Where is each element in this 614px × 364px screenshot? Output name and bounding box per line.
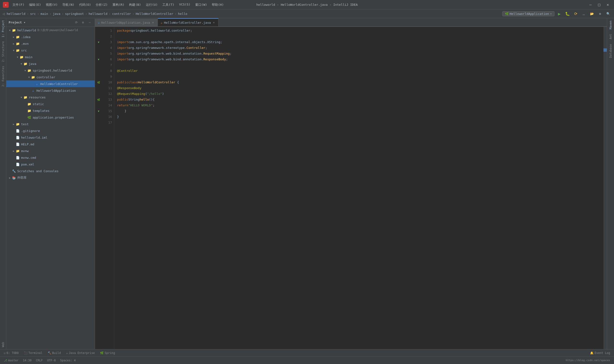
menu-item[interactable]: 文件(F) <box>11 2 26 7</box>
tree-item[interactable]: ▶📁test <box>6 121 95 127</box>
tree-item[interactable]: ▼📁java <box>6 60 95 67</box>
run-button[interactable]: ▶ <box>556 11 563 17</box>
collapse-icon[interactable]: — <box>87 20 92 25</box>
line-ending-label: CRLF <box>36 359 43 362</box>
menu-item[interactable]: VCS(S) <box>177 2 192 7</box>
tree-item[interactable]: ▼📁controller <box>6 74 95 80</box>
tab-close-button[interactable]: ✕ <box>212 21 215 25</box>
tree-item[interactable]: 📄helloworld.iml <box>6 134 95 141</box>
breadcrumb-item[interactable]: springboot <box>65 12 84 15</box>
menu-item[interactable]: 工具(T) <box>160 2 176 7</box>
tree-item[interactable]: ▶📁mvnw <box>6 147 95 154</box>
tree-item[interactable]: ▼📁main <box>6 54 95 60</box>
more-run-button[interactable]: … <box>580 11 587 17</box>
code-line: import com.sun.org.apache.xpath.internal… <box>117 39 603 45</box>
tree-item[interactable]: ▶📁.mvn <box>6 40 95 47</box>
maximize-button[interactable]: □ <box>596 2 602 8</box>
right-panel-tab[interactable]: Ant <box>608 32 613 42</box>
tree-item[interactable]: 🔧Scratches and Consoles <box>6 168 95 174</box>
coverage-button[interactable]: ⟳ <box>572 11 579 17</box>
sync-icon[interactable]: ⟳ <box>74 20 79 25</box>
menu-item[interactable]: 运行(U) <box>144 2 159 7</box>
tree-arrow: ▶ <box>12 35 15 39</box>
tree-item[interactable]: 📁templates <box>6 107 95 114</box>
editor-tab[interactable]: ☕ HelloworldApplication.java ✕ <box>95 19 158 26</box>
tree-item[interactable]: ☕HelloWorldController <box>6 80 95 87</box>
window-controls[interactable]: — □ ✕ <box>587 2 611 8</box>
tree-item[interactable]: ▼📁src <box>6 47 95 54</box>
bean-icon[interactable]: 🌿 <box>97 98 100 101</box>
breadcrumb-item[interactable]: src <box>30 12 36 15</box>
tree-item[interactable]: 📁static <box>6 101 95 107</box>
open-button[interactable]: 📂 <box>588 11 595 17</box>
gutter-area: ▼▼🌿🌿▼ <box>95 27 102 349</box>
tree-item[interactable]: ▶📁.idea <box>6 34 95 40</box>
indent[interactable]: Spaces: 4 <box>59 358 77 363</box>
terminal-tab[interactable]: ⬛Terminal <box>22 351 45 355</box>
tree-item[interactable]: ▼📁springboot.helloworld <box>6 67 95 74</box>
settings-button[interactable]: ⚙ <box>597 11 603 17</box>
back-icon[interactable]: ◁ <box>2 12 5 16</box>
menu-item[interactable]: 分析(Z) <box>94 2 109 7</box>
todo-tab[interactable]: ☑6: TODO <box>1 351 21 355</box>
menu-item[interactable]: 编辑(E) <box>27 2 43 7</box>
terminal-tab-icon: ⬛ <box>24 351 28 355</box>
menu-item[interactable]: 重构(R) <box>111 2 126 7</box>
tree-item[interactable]: ▶📚外部库 <box>6 174 95 181</box>
tree-item[interactable]: 📄pom.xml <box>6 161 95 168</box>
menu-item[interactable]: 代码(O) <box>77 2 93 7</box>
menu-item[interactable]: 构建(B) <box>127 2 143 7</box>
run-config-selector[interactable]: 🌿HelloworldApplication▾ <box>502 11 555 16</box>
editor-tab[interactable]: ☕ HelloWorldController.java ✕ <box>158 18 219 26</box>
breadcrumb-item[interactable]: helloworld <box>88 12 107 15</box>
tree-item[interactable]: ☕HelloworldApplication <box>6 87 95 94</box>
tree-item[interactable]: ▼📁resources <box>6 94 95 101</box>
memory-indicator[interactable]: https://blog.csdn.net/spaces <box>564 358 612 362</box>
tab-close-button[interactable]: ✕ <box>151 21 154 25</box>
breadcrumb-item[interactable]: controller <box>112 12 131 15</box>
left-vert-tab[interactable]: 2: Structure <box>0 39 6 64</box>
right-panel-tab[interactable]: Maven <box>608 18 613 32</box>
fold-icon[interactable]: ▼ <box>98 110 99 113</box>
java-enterprise-tab[interactable]: ☕Java Enterprise <box>64 351 97 355</box>
breadcrumb-item[interactable]: helloworld <box>7 12 26 15</box>
tree-item[interactable]: 📄HELP.md <box>6 141 95 147</box>
spring-tab[interactable]: 🌿Spring <box>98 351 117 355</box>
git-info[interactable]: ⎇master <box>2 358 20 363</box>
bean-icon[interactable]: 🌿 <box>97 81 100 84</box>
fold-icon[interactable]: ▼ <box>98 58 99 61</box>
close-button[interactable]: ✕ <box>604 2 611 8</box>
debug-button[interactable]: 🐛 <box>564 11 571 17</box>
event-log-tab[interactable]: 🔔Event Log <box>588 351 613 355</box>
code-content[interactable]: package springboot.helloworld.controller… <box>114 27 603 349</box>
tree-item[interactable]: 📄mvnw.cmd <box>6 154 95 161</box>
breadcrumb-item[interactable]: hello <box>178 12 187 15</box>
search-button[interactable]: 🔍 <box>605 11 612 17</box>
menu-item[interactable]: 帮助(H) <box>210 2 225 7</box>
menu-item[interactable]: 窗口(W) <box>193 2 209 7</box>
left-vert-tab[interactable]: 1: Project <box>0 18 6 39</box>
tree-arrow <box>27 89 31 92</box>
menu-item[interactable]: 导航(N) <box>60 2 76 7</box>
left-vert-tab[interactable]: 2: Favorites <box>0 64 6 89</box>
tree-arrow <box>24 116 27 119</box>
web-tab[interactable]: Web <box>0 340 6 349</box>
tree-item[interactable]: 📄.gitignore <box>6 127 95 134</box>
right-panel-tab[interactable]: Database <box>608 42 613 60</box>
minimize-button[interactable]: — <box>587 2 594 8</box>
encoding[interactable]: UTF-8 <box>46 358 57 363</box>
fold-icon[interactable]: ▼ <box>98 41 99 44</box>
settings-icon[interactable]: ⚙ <box>80 20 86 25</box>
breadcrumb-item[interactable]: java <box>53 12 60 15</box>
breadcrumb-item[interactable]: HelloWorldController <box>136 12 173 15</box>
breadcrumb-item[interactable]: main <box>41 12 48 15</box>
cursor-position[interactable]: 14:30 <box>21 358 33 363</box>
menu-item[interactable]: 视图(V) <box>44 2 59 7</box>
tree-item[interactable]: ▼📁helloworldD:\软件\maven\helloworld <box>6 27 95 34</box>
java-enterprise-tab-label: Java Enterprise <box>69 351 95 355</box>
tab-icon: ☕ <box>161 21 163 25</box>
build-tab[interactable]: 🔨Build <box>45 351 63 355</box>
tree-item[interactable]: 🌿application.properties <box>6 114 95 121</box>
menu-bar[interactable]: 文件(F)编辑(E)视图(V)导航(N)代码(O)分析(Z)重构(R)构建(B)… <box>11 2 226 7</box>
line-ending[interactable]: CRLF <box>34 358 44 363</box>
